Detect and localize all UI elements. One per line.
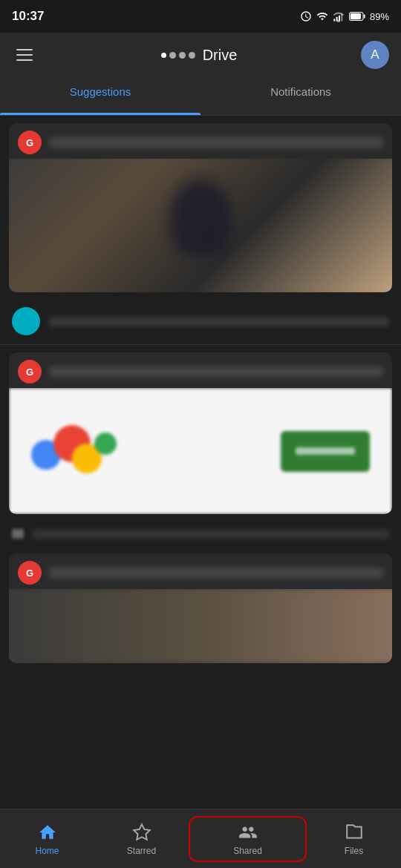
alarm-icon [300,10,312,22]
file-title-blurred-2 [49,366,383,377]
list-item-w[interactable] [0,522,401,546]
svg-rect-2 [339,16,340,22]
nav-item-files[interactable]: Files [307,816,401,862]
gc-green [94,433,117,455]
photo-overlay-1 [169,179,232,257]
file-icon-3: G [18,561,42,585]
google-logo-blur [31,425,105,477]
teal-icon [12,307,40,335]
file-card-header-2: G [9,352,392,388]
file-thumbnail-3 [9,589,392,663]
nav-item-starred[interactable]: Starred [94,816,189,862]
file-icon-1: G [18,131,42,154]
file-title-blurred-1 [49,137,383,148]
w-letter [12,529,24,539]
svg-rect-1 [336,17,338,22]
header-title: Drive [203,47,238,64]
file-card-3[interactable]: G [9,553,392,663]
files-icon [344,822,365,843]
tabs-bar: Suggestions Notifications [0,77,401,116]
file-thumbnail-2 [9,388,392,514]
file-card-2[interactable]: G [9,352,392,514]
status-icons: 89% [300,10,389,22]
main-content: G G [0,116,401,809]
divider-1 [0,344,401,345]
thumbnail-photo-2 [9,589,392,663]
home-icon [37,822,58,843]
header-center: Drive [161,47,238,64]
nav-label-starred: Starred [127,846,156,856]
thumbnail-photo-1 [9,159,392,292]
tab-suggestions[interactable]: Suggestions [0,77,200,115]
hamburger-button[interactable] [12,45,37,65]
battery-percent: 89% [370,11,389,22]
file-card-header-1: G [9,123,392,159]
loading-dots [161,52,195,59]
file-card-header-3: G [9,553,392,589]
bottom-nav: Home Starred Shared Files [0,809,401,868]
star-icon [131,822,152,843]
file-thumbnail-1 [9,159,392,292]
green-badge [281,431,370,472]
svg-rect-0 [333,19,335,21]
list-item-blue[interactable] [0,300,401,343]
svg-rect-3 [341,13,342,22]
nav-item-home[interactable]: Home [0,816,94,862]
status-bar: 10:37 89% [0,0,401,33]
svg-marker-7 [134,824,150,840]
nav-label-shared: Shared [233,846,262,856]
item-title-blurred [49,317,389,326]
w-title-blurred [33,530,389,539]
signal-icon [333,10,345,22]
tab-notifications[interactable]: Notifications [200,77,401,115]
battery-icon [349,11,365,22]
nav-item-shared[interactable]: Shared [189,816,307,862]
shared-icon [238,822,258,843]
app-header: Drive A [0,33,401,77]
file-icon-2: G [18,360,42,384]
svg-rect-5 [364,14,365,18]
thumbnail-google [9,388,392,514]
nav-label-home: Home [35,846,59,856]
user-avatar[interactable]: A [361,41,389,69]
file-title-blurred-3 [49,568,383,578]
wifi-icon [316,10,328,22]
status-time: 10:37 [12,9,44,24]
nav-label-files: Files [345,846,363,856]
svg-rect-6 [351,13,361,19]
file-card-1[interactable]: G [9,123,392,292]
green-badge-text [296,447,355,455]
